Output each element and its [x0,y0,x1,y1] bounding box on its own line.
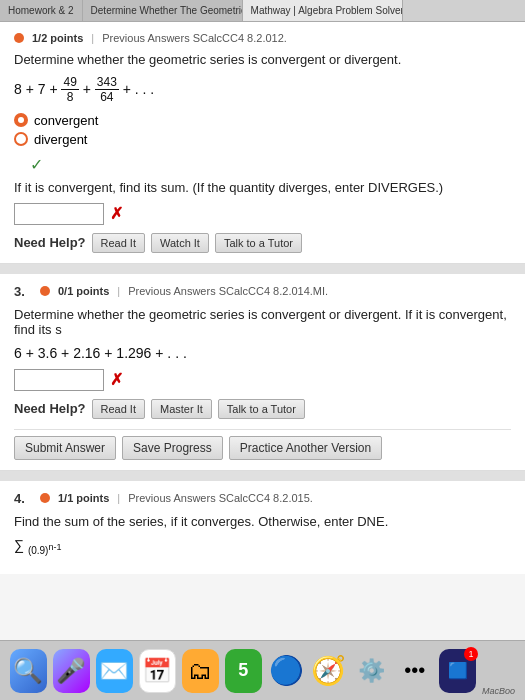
talk-to-tutor-button-p2[interactable]: Talk to a Tutor [215,233,302,253]
problem2-points: 1/2 points [32,32,83,44]
input-row-p3: ✗ [14,369,511,391]
dock-more-icon[interactable]: ••• [396,649,433,693]
submit-button-p3[interactable]: Submit Answer [14,436,116,460]
read-it-button-p2[interactable]: Read It [92,233,145,253]
xmark-p3: ✗ [110,370,123,389]
radio-divergent-circle [14,132,28,146]
read-it-button-p3[interactable]: Read It [92,399,145,419]
radio-divergent[interactable]: divergent [14,132,511,147]
problem2-section: 1/2 points | Previous Answers SCalcCC4 8… [0,22,525,264]
dock-settings-icon[interactable]: ⚙️ [353,649,390,693]
problem4-points: 1/1 points [58,492,109,504]
tab-mathway[interactable]: Mathway | Algebra Problem Solver [243,0,403,21]
watch-it-button-p2[interactable]: Watch It [151,233,209,253]
input-row-p2: ✗ [14,203,511,225]
fraction2: 343 64 [95,75,119,105]
need-help-label-p3: Need Help? [14,401,86,416]
dock-notification-badge: 1 [464,647,478,661]
dock-chrome-icon[interactable]: 🔵 [268,649,305,693]
tab-homework[interactable]: Homework & 2 [0,0,83,21]
problem3-number: 3. [14,284,32,299]
orange-dot-p4 [40,493,50,503]
problem4-header: 4. 1/1 points | Previous Answers SCalcCC… [14,491,511,506]
dock-finder-icon[interactable]: 🔍 [10,649,47,693]
need-help-row-p3: Need Help? Read It Master It Talk to a T… [14,399,511,419]
problem3-header: 3. 0/1 points | Previous Answers SCalcCC… [14,284,511,299]
main-content: 1/2 points | Previous Answers SCalcCC4 8… [0,22,525,640]
problem4-section: 4. 1/1 points | Previous Answers SCalcCC… [0,481,525,574]
dock-mail-icon[interactable]: ✉️ [96,649,133,693]
checkmark-p2: ✓ [30,155,511,174]
problem2-question: Determine whether the geometric series i… [14,52,511,67]
tab-geometric[interactable]: Determine Whether The Geometric... [83,0,243,21]
dock-calendar-icon[interactable]: 📅 [139,649,176,693]
radio-group-p2: convergent divergent [14,113,511,147]
problem2-series: 8 + 7 + 49 8 + 343 64 + . . . [14,75,511,105]
radio-convergent-label: convergent [34,113,98,128]
orange-dot-p2 [14,33,24,43]
need-help-row-p2: Need Help? Read It Watch It Talk to a Tu… [14,233,511,253]
bottom-buttons-p3: Submit Answer Save Progress Practice Ano… [14,429,511,460]
fraction1: 49 8 [61,75,78,105]
problem2-prev-answers: Previous Answers SCalcCC4 8.2.012. [102,32,287,44]
divider-1 [0,264,525,274]
xmark-p2: ✗ [110,204,123,223]
divider-2 [0,471,525,481]
dock-folder-icon[interactable]: 🗂 [182,649,219,693]
problem3-question: Determine whether the geometric series i… [14,307,511,337]
problem3-section: 3. 0/1 points | Previous Answers SCalcCC… [0,274,525,471]
problem2-followup: If it is convergent, find its sum. (If t… [14,180,511,195]
answer-input-p3[interactable] [14,369,104,391]
problem2-header: 1/2 points | Previous Answers SCalcCC4 8… [14,32,511,44]
dock-safari-icon[interactable]: 🧭 [310,649,347,693]
save-button-p3[interactable]: Save Progress [122,436,223,460]
need-help-label-p2: Need Help? [14,235,86,250]
problem3-prev-answers: Previous Answers SCalcCC4 8.2.014.MI. [128,285,328,297]
dock-app-icon[interactable]: 🟦 1 [439,649,476,693]
problem4-question: Find the sum of the series, if it conver… [14,514,511,529]
practice-button-p3[interactable]: Practice Another Version [229,436,382,460]
master-it-button-p3[interactable]: Master It [151,399,212,419]
radio-convergent[interactable]: convergent [14,113,511,128]
dock: 🔍 🎤 ✉️ 📅 🗂 5 🔵 🧭 ⚙️ ••• 🟦 1 MacBoo [0,640,525,700]
macbook-label: MacBoo [482,686,515,696]
problem3-series: 6 + 3.6 + 2.16 + 1.296 + . . . [14,345,511,361]
talk-to-tutor-button-p3[interactable]: Talk to a Tutor [218,399,305,419]
radio-convergent-circle [14,113,28,127]
problem4-number: 4. [14,491,32,506]
tab-bar: Homework & 2 Determine Whether The Geome… [0,0,525,22]
problem3-points: 0/1 points [58,285,109,297]
dock-numbers-icon[interactable]: 5 [225,649,262,693]
problem4-prev-answers: Previous Answers SCalcCC4 8.2.015. [128,492,313,504]
radio-convergent-inner [18,117,24,123]
radio-divergent-label: divergent [34,132,87,147]
problem4-series: ∑ (0.9)n-1 [14,537,511,556]
orange-dot-p3 [40,286,50,296]
numbers-digit: 5 [238,660,248,681]
dock-siri-icon[interactable]: 🎤 [53,649,90,693]
answer-input-p2[interactable] [14,203,104,225]
